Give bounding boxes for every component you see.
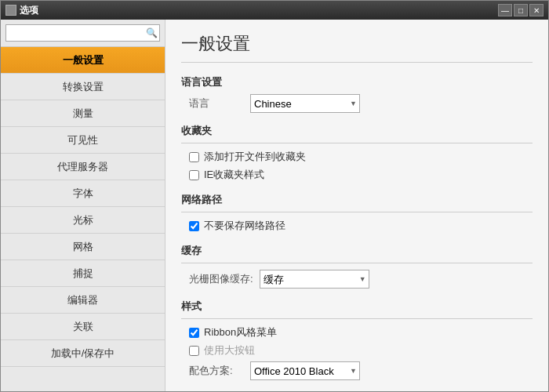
style-section: 样式 Ribbon风格菜单 使用大按钮 配色方案:	[181, 299, 533, 380]
ribbon-menu-checkbox[interactable]	[189, 328, 199, 338]
add-to-favorites-checkbox[interactable]	[189, 152, 199, 162]
sidebar-item-convert[interactable]: 转换设置	[1, 74, 165, 100]
network-divider	[181, 212, 533, 212]
language-label: 语言	[189, 96, 244, 111]
cache-section: 缓存 光栅图像缓存: 缓存 不缓存	[181, 244, 533, 289]
favorites-divider	[181, 143, 533, 143]
network-section-title: 网络路径	[181, 193, 533, 207]
search-wrapper: 🔍	[5, 24, 160, 42]
cache-section-title: 缓存	[181, 244, 533, 258]
sidebar-item-measure[interactable]: 测量	[1, 100, 165, 127]
ie-style-checkbox[interactable]	[189, 170, 199, 180]
cache-content: 光栅图像缓存: 缓存 不缓存	[181, 270, 533, 289]
no-save-network-checkbox[interactable]	[189, 221, 199, 231]
ie-style-row: IE收藏夹样式	[189, 168, 533, 182]
sidebar: 🔍 一般设置 转换设置 测量 可见性 代理服务器 字体	[1, 20, 165, 391]
search-icon[interactable]: 🔍	[144, 26, 158, 40]
cache-label: 光栅图像缓存:	[189, 272, 253, 286]
add-to-favorites-row: 添加打开文件到收藏夹	[189, 150, 533, 164]
title-bar: 选项 — □ ✕	[1, 1, 548, 20]
color-scheme-label: 配色方案:	[189, 364, 244, 378]
content-area: 🔍 一般设置 转换设置 测量 可见性 代理服务器 字体	[1, 20, 548, 391]
window-title: 选项	[20, 4, 498, 17]
sidebar-item-related[interactable]: 关联	[1, 314, 165, 340]
color-scheme-row: 配色方案: Office 2010 Black Office 2010 Blue…	[189, 361, 533, 380]
cache-select[interactable]: 缓存 不缓存	[260, 270, 369, 289]
close-button[interactable]: ✕	[529, 4, 544, 16]
sidebar-item-cursor[interactable]: 光标	[1, 207, 165, 234]
large-buttons-label: 使用大按钮	[204, 343, 255, 358]
add-to-favorites-label: 添加打开文件到收藏夹	[204, 150, 306, 164]
language-section: 语言设置 语言 Chinese English Japanese Korean	[181, 75, 533, 113]
favorites-section: 收藏夹 添加打开文件到收藏夹 IE收藏夹样式	[181, 124, 533, 182]
ribbon-menu-row: Ribbon风格菜单	[189, 325, 533, 339]
language-select[interactable]: Chinese English Japanese Korean	[250, 94, 360, 113]
sidebar-item-general[interactable]: 一般设置	[1, 47, 165, 74]
color-scheme-select[interactable]: Office 2010 Black Office 2010 Blue Offic…	[250, 361, 360, 380]
app-icon	[5, 5, 16, 16]
favorites-section-title: 收藏夹	[181, 124, 533, 138]
sidebar-item-grid[interactable]: 网格	[1, 234, 165, 260]
favorites-content: 添加打开文件到收藏夹 IE收藏夹样式	[181, 150, 533, 182]
large-buttons-checkbox[interactable]	[189, 346, 199, 356]
ribbon-menu-label: Ribbon风格菜单	[204, 325, 277, 339]
search-box: 🔍	[1, 20, 165, 47]
search-input[interactable]	[5, 24, 160, 42]
sidebar-item-font[interactable]: 字体	[1, 180, 165, 207]
cache-field-row: 光栅图像缓存: 缓存 不缓存	[189, 270, 533, 289]
cache-divider	[181, 263, 533, 263]
language-select-wrapper: Chinese English Japanese Korean	[250, 94, 360, 113]
sidebar-item-editor[interactable]: 编辑器	[1, 287, 165, 314]
page-title: 一般设置	[181, 32, 533, 63]
style-content: Ribbon风格菜单 使用大按钮 配色方案: Office 2010 Black…	[181, 325, 533, 380]
language-field-row: 语言 Chinese English Japanese Korean	[189, 94, 533, 113]
language-section-title: 语言设置	[181, 75, 533, 89]
app-window: 选项 — □ ✕ 🔍 一般设置 转换设置 测	[0, 0, 549, 392]
style-section-title: 样式	[181, 299, 533, 314]
no-save-network-row: 不要保存网络路径	[189, 219, 533, 233]
sidebar-item-visibility[interactable]: 可见性	[1, 127, 165, 154]
window-controls: — □ ✕	[498, 4, 544, 16]
network-section: 网络路径 不要保存网络路径	[181, 193, 533, 233]
ie-style-label: IE收藏夹样式	[204, 168, 264, 182]
no-save-network-label: 不要保存网络路径	[204, 219, 285, 233]
sidebar-item-capture[interactable]: 捕捉	[1, 260, 165, 287]
cache-select-wrapper: 缓存 不缓存	[260, 270, 369, 289]
minimize-button[interactable]: —	[498, 4, 512, 16]
color-scheme-select-wrapper: Office 2010 Black Office 2010 Blue Offic…	[250, 361, 360, 380]
network-content: 不要保存网络路径	[181, 219, 533, 233]
maximize-button[interactable]: □	[514, 4, 528, 16]
language-content: 语言 Chinese English Japanese Korean	[181, 94, 533, 113]
sidebar-item-loading[interactable]: 加载中/保存中	[1, 340, 165, 367]
main-panel: 一般设置 语言设置 语言 Chinese English Japanese Ko…	[165, 20, 548, 391]
large-buttons-row: 使用大按钮	[189, 343, 533, 358]
style-divider	[181, 318, 533, 319]
sidebar-item-proxy[interactable]: 代理服务器	[1, 154, 165, 180]
